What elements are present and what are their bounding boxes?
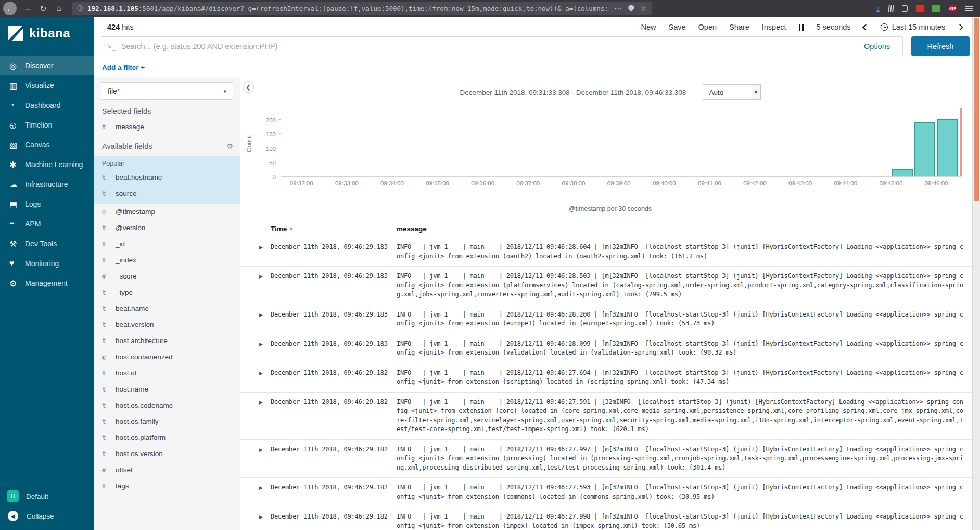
expand-row-caret-icon[interactable]: ▶ — [259, 243, 271, 250]
expand-row-caret-icon[interactable]: ▶ — [259, 445, 271, 452]
expand-row-caret-icon[interactable]: ▶ — [259, 483, 271, 490]
page-scrollbar[interactable] — [972, 17, 980, 530]
topbar-action-button[interactable]: Save — [669, 23, 686, 31]
field-settings-gear-icon[interactable]: ⚙ — [226, 142, 233, 150]
chevron-left-icon: ❮ — [246, 84, 250, 91]
histogram-bar[interactable] — [914, 122, 936, 176]
y-axis-tick-label: 0 — [273, 174, 276, 180]
chart-collapse-button[interactable]: ❮ — [243, 81, 254, 93]
field-item[interactable]: t host.id — [94, 365, 240, 381]
field-item[interactable]: t _id — [94, 236, 240, 252]
sidebar-item-icon: ▥ — [9, 81, 25, 91]
sidebar-nav-item[interactable]: ◎ Discover — [0, 56, 94, 75]
extension-red-icon[interactable]: ... — [916, 5, 924, 12]
expand-row-caret-icon[interactable]: ▶ — [259, 512, 271, 520]
extension-green-icon[interactable] — [932, 5, 940, 12]
histogram-plot-area[interactable]: 05010015020009:32:0009:33:0009:34:0009:3… — [281, 111, 961, 177]
x-axis-tick-label: 09:34:00 — [380, 180, 404, 186]
log-message-cell: INFO | jvm 1 | main | 2018/12/11 09:46:2… — [397, 445, 965, 473]
time-range-picker[interactable]: Last 15 minutes — [881, 23, 945, 31]
sidebar-item-icon: ◎ — [9, 61, 25, 71]
field-item[interactable]: t beat.name — [94, 300, 240, 317]
documents-table: Time ▼ message ▶ December 11th 2018, 09:… — [240, 222, 980, 530]
field-item[interactable]: t host.os.version — [94, 446, 240, 462]
library-icon[interactable] — [888, 5, 894, 12]
fields-panel: file* ▾ Selected fields t message Availa… — [94, 77, 240, 530]
sidebar-nav-item[interactable]: ☁ Infrastructure — [0, 174, 94, 194]
field-item[interactable]: t beat.version — [94, 317, 240, 333]
add-filter-link[interactable]: Add a filter + — [102, 64, 145, 71]
browser-home-button[interactable]: ⌂ — [51, 4, 67, 13]
adblock-icon[interactable]: ABP — [948, 5, 957, 12]
field-item[interactable]: ◐ host.containerized — [94, 349, 240, 365]
more-tools-icon[interactable]: ⋯ — [614, 4, 622, 14]
sidebar-nav-item[interactable]: ⚙ Management — [0, 273, 94, 293]
refresh-interval-label[interactable]: 5 seconds — [817, 23, 851, 31]
search-input[interactable] — [121, 42, 851, 51]
sidebar-collapse-button[interactable]: ◀ Collapse — [0, 506, 94, 526]
field-item[interactable]: t host.name — [94, 381, 240, 397]
index-pattern-select[interactable]: file* ▾ — [101, 82, 233, 100]
x-axis-tick-label: 09:40:00 — [653, 180, 676, 186]
expand-row-caret-icon[interactable]: ▶ — [259, 398, 271, 405]
time-column-header[interactable]: Time ▼ — [271, 225, 397, 233]
address-bar[interactable]: ⓘ 192.168.1.105:5601/app/kibana#/discove… — [72, 2, 652, 15]
sidebar-nav-item[interactable]: ▤ Logs — [0, 194, 94, 214]
message-column-header[interactable]: message — [397, 225, 427, 233]
field-item[interactable]: t @version — [94, 220, 240, 236]
site-info-icon[interactable]: ⓘ — [77, 4, 83, 13]
field-item[interactable]: # offset — [94, 462, 240, 478]
scrollbar-thumb[interactable] — [974, 18, 979, 201]
kibana-logo-text: kibana — [29, 26, 70, 41]
field-item[interactable]: t tags — [94, 478, 240, 494]
sidebar-nav-item[interactable]: ≡ APM — [0, 214, 94, 234]
expand-row-caret-icon[interactable]: ▶ — [259, 339, 271, 347]
sidebar-nav-item[interactable]: ⚒ Dev Tools — [0, 234, 94, 254]
expand-row-caret-icon[interactable]: ▶ — [259, 272, 271, 279]
sidebar-nav-item[interactable]: ▥ Visualize — [0, 75, 94, 95]
field-item[interactable]: # _score — [94, 268, 240, 284]
sidebar-nav-item[interactable]: ♥ Monitoring — [0, 254, 94, 273]
browser-forward-button[interactable]: → — [20, 4, 35, 13]
sidebar-toggle-icon[interactable] — [902, 5, 908, 12]
bookmark-star-icon[interactable]: ☆ — [640, 4, 647, 12]
topbar-action-button[interactable]: Inspect — [762, 23, 786, 31]
discover-topbar: 424 hits NewSaveOpenShareInspect 5 secon… — [94, 17, 980, 33]
histogram-interval-select[interactable]: Auto ▼ — [703, 84, 761, 100]
sidebar-nav-item[interactable]: ◔ Dashboard — [0, 95, 94, 115]
sidebar-item-icon: ▤ — [9, 199, 25, 209]
time-forward-chevron-icon[interactable] — [957, 24, 963, 31]
topbar-action-button[interactable]: New — [641, 23, 656, 31]
field-item[interactable]: t source — [94, 185, 240, 201]
expand-row-caret-icon[interactable]: ▶ — [259, 310, 271, 318]
downloads-icon[interactable]: ↓ — [876, 5, 881, 12]
field-item[interactable]: t _type — [94, 284, 240, 300]
browser-reload-button[interactable]: ↻ — [35, 4, 51, 14]
field-item[interactable]: t host.os.platform — [94, 430, 240, 446]
browser-back-button[interactable]: ← — [3, 2, 17, 15]
topbar-action-button[interactable]: Open — [698, 23, 717, 31]
sidebar-nav-item[interactable]: ✱ Machine Learning — [0, 155, 94, 174]
sidebar-nav-item[interactable]: ◵ Timelion — [0, 115, 94, 135]
pause-autorefresh-icon[interactable] — [799, 24, 804, 31]
histogram-bar[interactable] — [892, 169, 913, 176]
expand-row-caret-icon[interactable]: ▶ — [259, 369, 271, 376]
field-item[interactable]: t host.architecture — [94, 333, 240, 349]
field-item[interactable]: t beat.hostname — [94, 169, 240, 185]
refresh-button[interactable]: Refresh — [911, 36, 970, 56]
field-item[interactable]: t host.os.family — [94, 413, 240, 430]
field-type-icon: t — [102, 173, 116, 181]
sidebar-nav-item[interactable]: ▧ Canvas — [0, 135, 94, 155]
space-badge: D — [7, 490, 19, 502]
topbar-action-button[interactable]: Share — [729, 23, 749, 31]
field-item[interactable]: t message — [94, 119, 240, 135]
field-item[interactable]: ◷ @timestamp — [94, 204, 240, 220]
space-selector[interactable]: D Default — [0, 486, 94, 506]
browser-menu-icon[interactable] — [965, 6, 973, 11]
field-item[interactable]: t host.os.codename — [94, 397, 240, 413]
query-options-link[interactable]: Options — [851, 42, 902, 51]
time-back-chevron-icon[interactable] — [862, 24, 869, 31]
histogram-bar[interactable] — [937, 119, 958, 176]
tracking-shield-icon[interactable] — [628, 5, 634, 12]
field-item[interactable]: t _index — [94, 252, 240, 268]
